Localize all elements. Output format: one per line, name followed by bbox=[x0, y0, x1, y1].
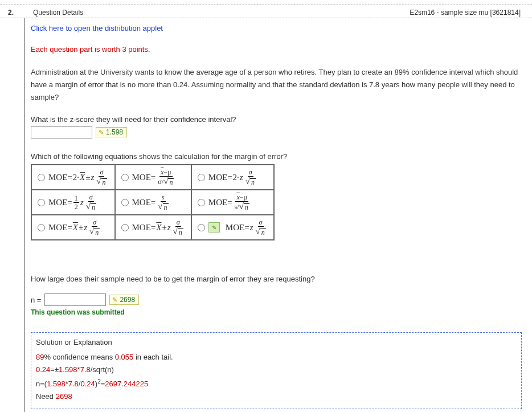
moe-radio[interactable] bbox=[198, 199, 205, 206]
moe-option-7[interactable]: MOE=X±z σn bbox=[38, 219, 109, 236]
moe-option-5[interactable]: MOE= sn bbox=[121, 194, 185, 211]
solution-title: Solution or Explanation bbox=[36, 336, 517, 349]
scenario-text: Administration at the University wants t… bbox=[31, 66, 522, 104]
submitted-label: This question was submitted bbox=[31, 308, 522, 316]
sample-size-answer-key: ✎ 2698 bbox=[109, 295, 139, 305]
solution-box: Solution or Explanation 89% confidence m… bbox=[31, 332, 522, 409]
points-note: Each question part is worth 3 points. bbox=[31, 45, 522, 54]
zscore-input[interactable] bbox=[31, 126, 92, 138]
distribution-applet-link[interactable]: Click here to open the distribution appl… bbox=[31, 24, 522, 32]
sample-size-input[interactable] bbox=[44, 293, 106, 306]
key-icon: ✎ bbox=[99, 129, 104, 136]
question-title: Question Details bbox=[33, 9, 83, 17]
sample-size-prompt: How large does their sample need to be t… bbox=[31, 275, 522, 283]
moe-option-9[interactable]: ✎ MOE=z σn bbox=[198, 219, 268, 236]
key-icon: ✎ bbox=[112, 296, 117, 304]
zscore-prompt: What is the z-score they will need for t… bbox=[31, 115, 522, 124]
question-content: Click here to open the distribution appl… bbox=[25, 18, 532, 412]
moe-option-4[interactable]: MOE= 12z σn bbox=[38, 194, 109, 211]
left-rail bbox=[0, 18, 25, 412]
moe-radio[interactable] bbox=[198, 224, 205, 231]
moe-prompt: Which of the following equations shows t… bbox=[31, 152, 522, 161]
n-equals-label: n = bbox=[31, 296, 41, 304]
moe-option-3[interactable]: MOE=2·z σn bbox=[198, 169, 268, 186]
moe-option-2[interactable]: MOE= x−μσ/n bbox=[121, 169, 185, 186]
moe-option-8[interactable]: MOE=X±z σn bbox=[121, 219, 185, 236]
zscore-answer-key: ✎ 1.598 bbox=[96, 127, 127, 137]
moe-radio[interactable] bbox=[38, 199, 45, 206]
moe-radio[interactable] bbox=[121, 199, 129, 206]
moe-option-1[interactable]: MOE=2·X±z σn bbox=[38, 169, 109, 186]
moe-options-table: MOE=2·X±z σn MOE= x−μσ/n bbox=[31, 164, 275, 240]
moe-radio[interactable] bbox=[38, 224, 45, 231]
moe-radio[interactable] bbox=[121, 224, 129, 231]
question-number: 2. bbox=[0, 9, 33, 17]
correct-check-icon: ✎ bbox=[208, 222, 220, 232]
moe-radio[interactable] bbox=[38, 174, 45, 181]
question-reference: E2sm16 - sample size mu [3621814] bbox=[410, 9, 532, 17]
moe-radio[interactable] bbox=[121, 174, 129, 181]
solution-line-4: Need 2698 bbox=[36, 390, 517, 403]
sample-size-answer-value: 2698 bbox=[120, 296, 135, 304]
solution-line-3: n=(1.598*7.8/0.24)2=2697.244225 bbox=[36, 377, 517, 390]
solution-line-2: 0.24=±1.598*7.8/sqrt(n) bbox=[36, 364, 517, 376]
moe-option-6[interactable]: MOE= x−μs/n bbox=[198, 194, 268, 211]
question-header: 2. Question Details E2sm16 - sample size… bbox=[0, 6, 532, 18]
moe-radio[interactable] bbox=[198, 174, 205, 181]
solution-line-1: 89% confidence means 0.055 in each tail. bbox=[36, 351, 517, 364]
zscore-answer-value: 1.598 bbox=[106, 128, 123, 136]
